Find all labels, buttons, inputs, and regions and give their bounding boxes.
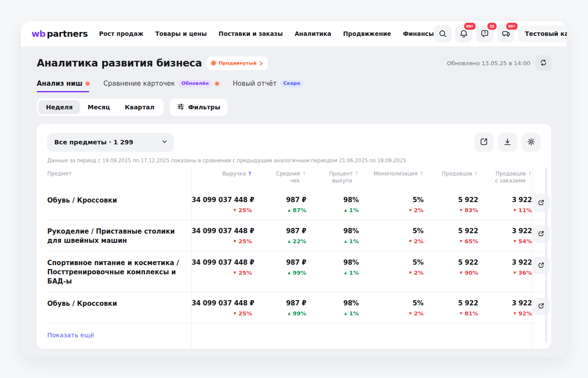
niche-analysis-card: Все предметы · 1 299 — [37, 124, 551, 349]
table-scrollbar[interactable] — [545, 168, 547, 343]
metric-value: 34 099 037 448 ₽ — [192, 227, 252, 235]
metric-value: 987 ₽ — [252, 259, 306, 266]
metric-delta: ▼81% — [424, 310, 478, 317]
triangle-down-icon: ▼ — [514, 312, 516, 315]
metric-value: 5% — [359, 259, 424, 266]
metric-cell: 987 ₽▲87% — [252, 189, 306, 220]
page-head: Аналитика развития бизнеса Продвинутый О… — [37, 55, 551, 71]
external-link-icon — [537, 302, 545, 311]
open-subject-button[interactable] — [532, 194, 550, 212]
metric-delta: ▲99% — [252, 310, 306, 317]
subject-filter-value: Все предметы · 1 299 — [54, 139, 133, 146]
external-link-icon — [537, 199, 545, 208]
filters-button[interactable]: Фильтры — [170, 98, 228, 116]
metric-delta: ▲1% — [306, 207, 359, 214]
metric-delta: ▲22% — [252, 238, 306, 245]
subject-filter-dropdown[interactable]: Все предметы · 1 299 — [47, 133, 174, 152]
period-week-button[interactable]: Неделя — [38, 100, 80, 114]
subject-name: Обувь / Кроссовки — [47, 189, 192, 220]
page-content: Аналитика развития бизнеса Продвинутый О… — [21, 46, 567, 357]
nav-item[interactable]: Поставки и заказы — [219, 30, 283, 37]
triangle-up-icon: ▲ — [344, 209, 347, 212]
tab-card-comparison[interactable]: Сравнение карточек Обновлён — [103, 80, 219, 92]
sort-arrow-icon: ↑ — [354, 171, 359, 177]
metric-cell: 34 099 037 448 ₽▼25% — [192, 252, 252, 292]
metric-value: 3 922 — [478, 227, 532, 235]
nav-item[interactable]: Финансы — [403, 30, 434, 37]
messages-button[interactable]: 99+ — [497, 25, 514, 42]
tab-niche-analysis[interactable]: Анализ ниш — [37, 80, 89, 92]
metric-delta: ▲1% — [306, 310, 359, 317]
refresh-button[interactable] — [536, 55, 551, 71]
metric-delta: ▼92% — [478, 310, 532, 317]
metric-delta: ▼2% — [359, 310, 424, 317]
tab-label: Анализ ниш — [37, 80, 82, 88]
triangle-down-icon: ▼ — [234, 271, 236, 275]
metric-value: 5% — [359, 299, 424, 307]
open-subject-button[interactable] — [532, 257, 550, 274]
nav-item[interactable]: Товары и цены — [155, 30, 207, 37]
column-header[interactable]: Продавцов ↑с заказами — [478, 167, 532, 189]
page-title: Аналитика развития бизнеса — [37, 57, 202, 69]
column-header: Предмет — [47, 167, 192, 189]
external-link-icon — [537, 261, 545, 270]
metric-value: 987 ₽ — [252, 227, 306, 235]
open-subject-button[interactable] — [532, 298, 550, 315]
column-header[interactable]: Средний ↑чек — [252, 167, 306, 189]
metric-cell: 5%▼2% — [359, 189, 424, 220]
help-button[interactable]: ? 32 — [476, 25, 494, 42]
triangle-up-icon: ▲ — [344, 271, 347, 275]
sort-arrow-icon: ↑ — [302, 171, 306, 177]
column-header[interactable]: Выручка ↑ — [192, 167, 252, 189]
settings-button[interactable] — [522, 133, 541, 152]
search-button[interactable] — [434, 25, 452, 42]
metric-value: 5% — [359, 196, 424, 204]
sort-arrow-icon: ↑ — [528, 171, 532, 177]
account-selector[interactable]: Тестовый кабинет — [518, 26, 567, 42]
export-report-button[interactable] — [474, 133, 494, 152]
period-month-button[interactable]: Месяц — [80, 100, 117, 114]
metric-value: 5 922 — [424, 259, 478, 266]
triangle-down-icon: ▼ — [460, 271, 462, 275]
metric-value: 3 922 — [478, 196, 532, 204]
period-quarter-button[interactable]: Квартал — [117, 100, 162, 114]
wb-partners-logo[interactable]: wb partners — [32, 28, 88, 39]
column-header[interactable]: Процент ↑выкупа — [306, 167, 359, 189]
column-header[interactable]: Монополизация ↑ — [359, 167, 424, 189]
sort-arrow-icon: ↑ — [419, 171, 424, 177]
page-inner: Аналитика развития бизнеса Продвинутый О… — [28, 55, 560, 349]
nav-item[interactable]: Аналитика — [294, 30, 331, 37]
metric-cell: 5 922▼65% — [424, 220, 478, 251]
metric-delta: ▼25% — [192, 310, 252, 317]
metric-cell: 98%▲1% — [306, 252, 359, 292]
export-report-icon — [480, 137, 488, 147]
triangle-up-icon: ▲ — [344, 312, 347, 315]
main-nav: Рост продажТовары и ценыПоставки и заказ… — [99, 30, 434, 37]
notification-dot-icon — [215, 82, 219, 85]
open-subject-button[interactable] — [532, 225, 550, 243]
show-more-link[interactable]: Показать ещё — [47, 332, 94, 339]
metric-value: 98% — [306, 259, 359, 266]
download-button[interactable] — [498, 133, 517, 152]
logo-partners: partners — [47, 28, 88, 39]
footer-link-cell: Показать ещё — [47, 323, 192, 349]
column-header[interactable]: Продавцов ↑ — [424, 167, 478, 189]
notifications-button[interactable]: 99+ — [455, 25, 472, 42]
metric-value: 34 099 037 448 ₽ — [192, 196, 252, 204]
period-note: Данные за период с 19.09.2025 по 17.12.2… — [47, 158, 541, 164]
tab-new-report[interactable]: Новый отчёт Скоро — [233, 80, 303, 92]
nav-item[interactable]: Продвижение — [343, 30, 391, 37]
tab-label: Сравнение карточек — [103, 80, 175, 88]
metric-cell: 98%▲1% — [306, 220, 359, 251]
triangle-up-icon: ▲ — [288, 312, 290, 315]
logo-wb: wb — [32, 28, 46, 39]
metric-cell: 5%▼2% — [359, 252, 424, 292]
metric-value: 5 922 — [424, 227, 478, 235]
nav-item[interactable]: Рост продаж — [99, 30, 144, 37]
plan-badge[interactable]: Продвинутый — [207, 56, 268, 70]
chevron-right-icon — [259, 59, 263, 67]
triangle-up-icon: ▲ — [288, 209, 290, 212]
footer-action-cell — [532, 323, 541, 349]
metric-cell: 987 ₽▲22% — [252, 220, 306, 251]
metric-value: 98% — [306, 299, 359, 307]
